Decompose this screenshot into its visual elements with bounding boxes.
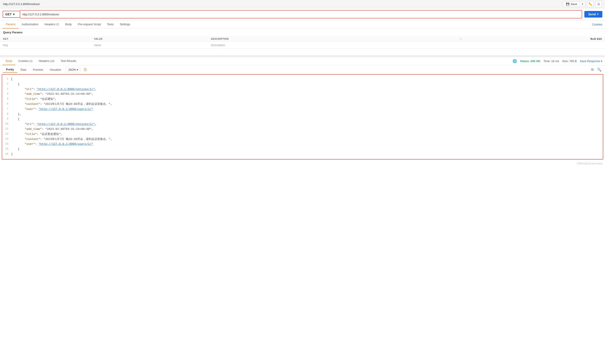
response-tab-cookies[interactable]: Cookies (1): [15, 57, 36, 65]
response-tab-body[interactable]: Body: [3, 57, 15, 65]
json-line: 13 "content": "2023年1月7日 晚20:30开会，请到会议室集…: [2, 137, 603, 142]
response-tabs-bar: Body Cookies (1) Headers (10) Test Resul…: [0, 57, 605, 65]
save-button[interactable]: 💾 Save: [563, 1, 580, 7]
tab-cookies[interactable]: Cookies: [592, 21, 602, 28]
json-line: 9 {: [2, 117, 603, 122]
line-content: {: [11, 82, 603, 87]
line-content: "add_time": "2023-01-08T03:31:24+08:00",: [11, 127, 603, 132]
json-line: 14 "user": "http://127.0.0.1:8000/users/…: [2, 142, 603, 147]
tab-body[interactable]: Body: [62, 20, 75, 28]
top-bar: http://127.0.0.1:8000/notices/ 💾 Save ▾ …: [0, 0, 605, 8]
globe-icon: 🌐: [512, 59, 517, 63]
tab-tests[interactable]: Tests: [104, 20, 117, 28]
tab-headers[interactable]: Headers (7): [41, 20, 62, 28]
line-content: "title": "会议更改通知",: [11, 132, 603, 137]
json-line: 4 "add_time": "2023-01-08T03:31:24+08:00…: [2, 92, 603, 97]
save-response-button[interactable]: Save Response ▾: [580, 59, 602, 63]
json-format-selector[interactable]: JSON ▾: [66, 67, 81, 72]
json-line: 15 }: [2, 147, 603, 152]
format-tab-raw[interactable]: Raw: [17, 67, 30, 73]
json-line: 1[: [2, 77, 603, 82]
key-placeholder-cell[interactable]: Key: [0, 42, 91, 49]
json-line: 3 "url": "http://127.0.0.1:8000/notices/…: [2, 87, 603, 92]
tab-authorization[interactable]: Authorization: [19, 20, 41, 28]
copy-button[interactable]: ⧉: [590, 67, 594, 73]
value-placeholder-cell[interactable]: Value: [91, 42, 208, 49]
json-link[interactable]: "http://127.0.0.1:8000/notices/2/": [37, 122, 95, 126]
url-input-wrapper: [20, 10, 582, 18]
line-number: 2: [2, 82, 11, 86]
response-time: Time: 16 ms: [543, 59, 559, 63]
format-tab-pretty[interactable]: Pretty: [3, 66, 17, 73]
method-label: GET: [5, 13, 12, 16]
json-line: 12 "title": "会议更改通知",: [2, 132, 603, 137]
json-link[interactable]: "http://127.0.0.1:8000/users/1/": [39, 143, 93, 146]
line-number: 10: [2, 122, 11, 126]
json-link[interactable]: "http://127.0.0.1:8000/users/1/": [39, 107, 93, 111]
tab-params[interactable]: Params: [3, 20, 19, 28]
tab-prerequest[interactable]: Pre-request Script: [75, 20, 104, 28]
filter-icon-button[interactable]: ☰: [82, 67, 89, 73]
line-content: },: [11, 112, 603, 117]
edit-button[interactable]: ✏️: [587, 1, 593, 7]
line-content: "user": "http://127.0.0.1:8000/users/1/": [11, 107, 603, 112]
query-params-section: Query Params KEY VALUE DESCRIPTION ··· B…: [0, 28, 605, 49]
json-line: 2 {: [2, 82, 603, 87]
line-content: {: [11, 117, 603, 122]
line-content: "content": "2023年1月7日 晚20:00开会，请到会议室集合。"…: [11, 102, 603, 107]
json-line: 5 "title": "会议通知",: [2, 97, 603, 102]
line-content: "title": "会议通知",: [11, 97, 603, 102]
section-divider: [0, 55, 605, 57]
request-tabs-bar: Params Authorization Headers (7) Body Pr…: [0, 20, 605, 28]
line-content: "url": "http://127.0.0.1:8000/notices/2/…: [11, 122, 603, 127]
line-number: 5: [2, 97, 11, 101]
format-tab-visualize[interactable]: Visualize: [46, 67, 64, 73]
copy-icon: ⧉: [591, 68, 593, 71]
line-content: }: [11, 147, 603, 152]
line-content: "user": "http://127.0.0.1:8000/users/1/": [11, 142, 603, 147]
tab-settings[interactable]: Settings: [117, 20, 133, 28]
line-content: [: [11, 77, 603, 82]
save-dropdown-button[interactable]: ▾: [580, 1, 585, 7]
format-tab-preview[interactable]: Preview: [30, 67, 46, 73]
line-content: ]: [11, 152, 603, 157]
json-line: 8 },: [2, 112, 603, 117]
comment-button[interactable]: ☰: [595, 1, 602, 7]
col-key-header: KEY: [0, 36, 91, 42]
line-number: 8: [2, 112, 11, 116]
search-button[interactable]: 🔍: [596, 67, 602, 73]
col-bulk-edit-header[interactable]: Bulk Edit: [465, 36, 605, 42]
save-response-caret-icon: ▾: [601, 59, 602, 63]
params-table: KEY VALUE DESCRIPTION ··· Bulk Edit: [0, 36, 605, 49]
line-number: 4: [2, 92, 11, 96]
line-number: 1: [2, 77, 11, 81]
json-format-caret-icon: ▾: [77, 68, 78, 71]
save-button-group[interactable]: 💾 Save ▾: [563, 1, 585, 7]
json-line: 6 "content": "2023年1月7日 晚20:00开会，请到会议室集合…: [2, 102, 603, 107]
send-button[interactable]: Send ▾: [584, 11, 602, 18]
top-bar-actions: 💾 Save ▾ ✏️ ☰: [563, 1, 602, 7]
more-options-icon: ···: [460, 38, 462, 40]
line-number: 12: [2, 132, 11, 136]
col-more-header[interactable]: ···: [397, 36, 465, 42]
response-tab-headers[interactable]: Headers (10): [36, 57, 57, 65]
params-empty-row: Key Value Description: [0, 42, 605, 49]
col-description-header: DESCRIPTION: [208, 36, 398, 42]
line-number: 15: [2, 147, 11, 151]
filter-icon: ☰: [84, 68, 87, 72]
line-number: 7: [2, 107, 11, 111]
json-link[interactable]: "http://127.0.0.1:8000/notices/1/": [37, 88, 95, 91]
edit-icon: ✏️: [589, 2, 592, 6]
response-status: Status: 200 OK: [520, 59, 540, 63]
json-line: 10 "url": "http://127.0.0.1:8000/notices…: [2, 122, 603, 127]
line-number: 6: [2, 102, 11, 106]
save-icon: 💾: [566, 2, 569, 6]
response-tab-testresults[interactable]: Test Results: [57, 57, 79, 65]
description-placeholder-cell[interactable]: Description: [208, 42, 398, 49]
format-bar: Pretty Raw Preview Visualize JSON ▾ ☰ ⧉ …: [0, 65, 605, 74]
search-icon: 🔍: [597, 68, 602, 72]
url-input[interactable]: [22, 13, 579, 16]
json-line: 11 "add_time": "2023-01-08T03:31:24+08:0…: [2, 127, 603, 132]
method-selector[interactable]: GET ▾: [3, 11, 20, 18]
json-line: 16]: [2, 152, 603, 157]
